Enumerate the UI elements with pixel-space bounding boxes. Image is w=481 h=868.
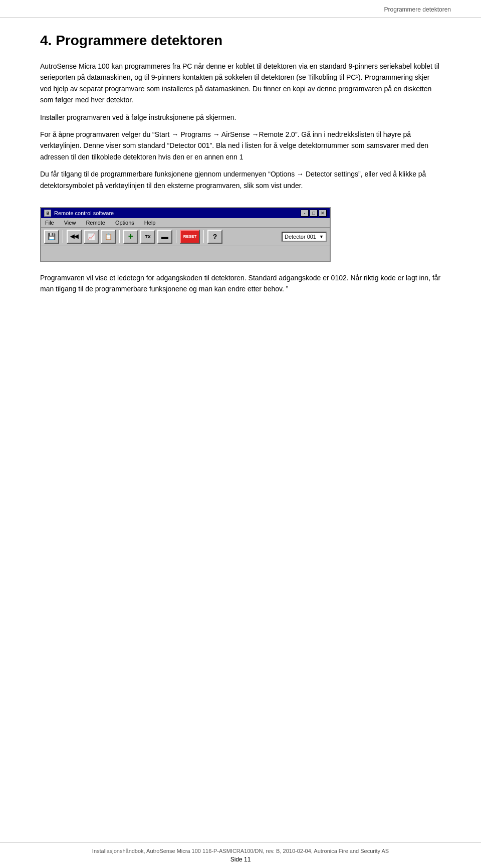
paragraph-4: Du får tilgang til de programmerbare fun… [40,168,441,191]
titlebar-left: 🖥 Remote control software [44,210,114,217]
page-content: 4. Programmere detektoren AutroSense Mic… [0,18,481,341]
toolbar-separator-1 [63,230,63,243]
save-icon: 💾 [48,233,56,240]
dropdown-arrow-icon: ▼ [319,234,324,239]
footer-main-text: Installasjonshåndbok, AutroSense Micra 1… [40,848,441,854]
toolbar-help-button[interactable]: ? [207,230,222,244]
menubar: File View Remote Options Help [41,218,330,228]
footer-page-number: Side 11 [40,856,441,863]
titlebar: 🖥 Remote control software - □ ✕ [41,208,330,218]
back-icon: ◀◀ [70,233,78,240]
software-screenshot: 🖥 Remote control software - □ ✕ File Vie… [40,207,331,262]
detector-selector[interactable]: Detector 001 ▼ [282,232,327,242]
titlebar-buttons[interactable]: - □ ✕ [301,210,327,217]
menu-help[interactable]: Help [142,219,158,226]
toolbar-separator-2 [119,230,120,243]
app-title: Remote control software [54,210,114,216]
toolbar-separator-4 [203,230,204,243]
toolbar-separator-3 [176,230,176,243]
detector-dropdown[interactable]: Detector 001 ▼ [282,232,327,242]
graph-icon: 📈 [88,233,95,240]
toolbar-add-button[interactable]: + [123,230,138,244]
toolbar-minus-button[interactable]: ▬ [157,230,172,244]
menu-view[interactable]: View [62,219,78,226]
menu-options[interactable]: Options [113,219,136,226]
screenshot-body [41,246,330,261]
chapter-title: 4. Programmere detektoren [40,33,441,49]
toolbar-doc-button[interactable]: 📋 [101,230,116,244]
header-title: Programmere detektoren [384,6,451,13]
toolbar-back-button[interactable]: ◀◀ [67,230,82,244]
paragraph-5: Programvaren vil vise et ledetegn for ad… [40,272,441,295]
toolbar: 💾 ◀◀ 📈 📋 + TX ▬ RESE [41,228,330,246]
doc-icon: 📋 [105,233,112,240]
page-footer: Installasjonshåndbok, AutroSense Micra 1… [0,842,481,868]
toolbar-tx-button[interactable]: TX [140,230,155,244]
paragraph-1: AutroSense Micra 100 kan programmeres fr… [40,61,441,106]
toolbar-graph-button[interactable]: 📈 [84,230,99,244]
close-button[interactable]: ✕ [319,210,327,217]
app-icon: 🖥 [44,210,51,217]
detector-value: Detector 001 [285,234,316,240]
page-header: Programmere detektoren [0,0,481,18]
menu-remote[interactable]: Remote [84,219,107,226]
toolbar-reset-button[interactable]: RESET [180,230,200,244]
paragraph-2: Installer programvaren ved å følge instr… [40,112,441,123]
menu-file[interactable]: File [43,219,56,226]
minimize-button[interactable]: - [301,210,309,217]
paragraph-3: For å åpne programvaren velger du “Start… [40,129,441,162]
maximize-button[interactable]: □ [310,210,318,217]
toolbar-save-button[interactable]: 💾 [44,230,59,244]
